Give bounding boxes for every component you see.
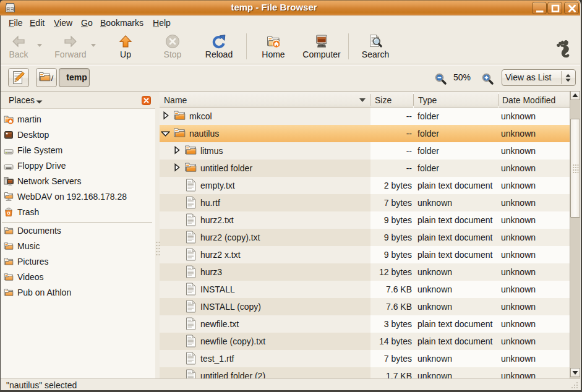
svg-text:/: / [51,74,54,83]
